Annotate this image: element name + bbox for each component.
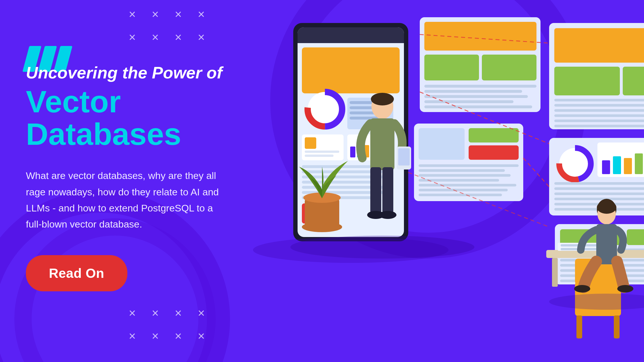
svg-rect-37 xyxy=(424,90,522,93)
subtitle: Uncovering the Power of xyxy=(26,63,244,82)
hero-section: × × × × × × × × × × × × × × × × Uncoveri… xyxy=(0,0,644,362)
svg-rect-47 xyxy=(419,174,511,177)
x-pattern-top: × × × × × × × × xyxy=(124,6,210,46)
description: What are vector databases, why are they … xyxy=(26,167,221,232)
svg-rect-71 xyxy=(635,153,643,174)
illustration-svg xyxy=(241,0,644,362)
svg-line-91 xyxy=(523,158,549,187)
svg-rect-39 xyxy=(424,100,513,103)
svg-rect-4 xyxy=(302,47,400,93)
svg-rect-44 xyxy=(469,145,519,160)
right-illustration xyxy=(241,0,644,362)
svg-rect-61 xyxy=(554,125,644,127)
svg-rect-16 xyxy=(305,151,339,153)
svg-rect-58 xyxy=(554,109,644,112)
svg-rect-45 xyxy=(419,164,519,167)
svg-rect-69 xyxy=(613,156,621,174)
svg-rect-46 xyxy=(419,169,505,172)
svg-rect-98 xyxy=(370,167,381,213)
svg-rect-55 xyxy=(623,67,644,95)
svg-rect-74 xyxy=(554,187,644,190)
svg-rect-36 xyxy=(424,85,536,88)
read-on-button[interactable]: Read On xyxy=(26,255,127,291)
svg-rect-60 xyxy=(554,120,644,122)
svg-rect-49 xyxy=(419,184,516,186)
svg-rect-56 xyxy=(554,99,644,101)
svg-point-121 xyxy=(290,236,474,259)
svg-point-119 xyxy=(574,285,590,292)
left-content: Uncovering the Power of Vector Databases… xyxy=(26,63,244,291)
svg-rect-40 xyxy=(424,105,532,108)
svg-rect-42 xyxy=(419,128,465,160)
svg-rect-68 xyxy=(602,160,610,174)
svg-point-120 xyxy=(617,285,633,292)
svg-point-117 xyxy=(597,201,616,214)
svg-point-8 xyxy=(315,99,335,120)
svg-point-122 xyxy=(549,294,644,310)
svg-rect-19 xyxy=(350,147,355,157)
svg-rect-70 xyxy=(624,158,632,174)
svg-rect-114 xyxy=(614,315,620,338)
x-pattern-bottom: × × × × × × × × xyxy=(124,305,210,345)
svg-rect-51 xyxy=(419,194,502,196)
svg-rect-99 xyxy=(382,167,393,213)
svg-rect-35 xyxy=(482,55,536,80)
svg-rect-59 xyxy=(554,114,644,117)
svg-point-94 xyxy=(371,93,394,105)
svg-rect-3 xyxy=(298,34,404,43)
svg-point-66 xyxy=(566,155,584,173)
svg-rect-97 xyxy=(398,148,410,165)
svg-point-101 xyxy=(379,211,396,219)
svg-rect-73 xyxy=(554,182,644,185)
svg-rect-95 xyxy=(370,118,394,170)
svg-rect-50 xyxy=(419,189,508,191)
svg-rect-43 xyxy=(469,128,519,143)
svg-rect-113 xyxy=(576,315,582,338)
svg-rect-15 xyxy=(305,137,316,149)
svg-rect-53 xyxy=(554,28,644,63)
svg-rect-17 xyxy=(305,155,334,157)
svg-rect-81 xyxy=(627,229,644,245)
svg-rect-76 xyxy=(554,198,644,200)
main-title: Vector Databases xyxy=(26,85,244,151)
svg-rect-75 xyxy=(554,192,644,195)
svg-rect-57 xyxy=(554,104,644,107)
svg-rect-34 xyxy=(424,55,479,80)
svg-rect-106 xyxy=(552,258,558,287)
svg-rect-38 xyxy=(424,95,528,98)
svg-rect-54 xyxy=(554,67,620,95)
